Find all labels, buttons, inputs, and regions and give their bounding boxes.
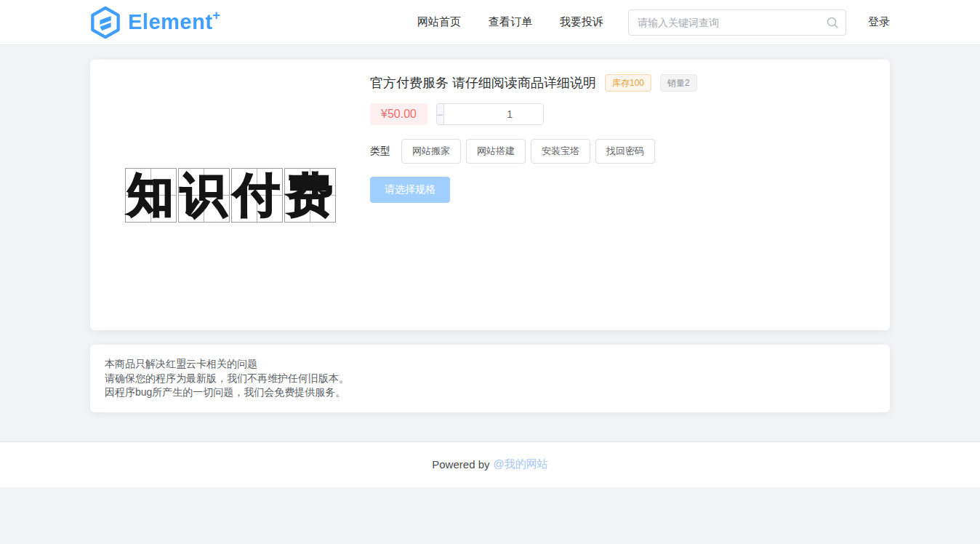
image-char-tile: 知	[125, 168, 177, 223]
logo-wordmark: Element +	[128, 12, 220, 33]
search-icon[interactable]	[826, 16, 839, 29]
header-inner: Element + 网站首页 查看订单 我要投诉 登录	[90, 0, 890, 44]
product-card: 知 识 付 费 官方付费服务 请仔细阅读商品详细说明 库存100 销量2 ¥50…	[90, 60, 890, 330]
price-tag: ¥50.00	[370, 103, 427, 125]
site-header: Element + 网站首页 查看订单 我要投诉 登录	[0, 0, 980, 45]
search-input[interactable]	[628, 9, 846, 36]
search-box	[628, 9, 846, 36]
quantity-minus-button[interactable]: −	[437, 104, 444, 124]
image-char-tile: 识	[178, 168, 230, 223]
nav-item-complaint[interactable]: 我要投诉	[560, 15, 603, 29]
quantity-stepper: − +	[436, 103, 544, 125]
type-label: 类型	[370, 145, 390, 158]
logo[interactable]: Element +	[90, 6, 220, 39]
price-row: ¥50.00 − +	[370, 103, 868, 125]
description-line: 本商品只解决红盟云卡相关的问题	[105, 357, 875, 372]
element-plus-hexagon-icon	[90, 6, 121, 39]
type-row: 类型 网站搬家 网站搭建 安装宝塔 找回密码	[370, 139, 868, 164]
type-option-website-build[interactable]: 网站搭建	[466, 139, 526, 164]
image-char: 知	[127, 172, 174, 218]
title-row: 官方付费服务 请仔细阅读商品详细说明 库存100 销量2	[370, 74, 868, 92]
type-option-install-panel[interactable]: 安装宝塔	[531, 139, 590, 164]
image-char: 识	[180, 172, 227, 218]
image-char: 付	[233, 172, 280, 218]
nav-item-home[interactable]: 网站首页	[417, 15, 461, 29]
product-info-column: 官方付费服务 请仔细阅读商品详细说明 库存100 销量2 ¥50.00 − + …	[370, 60, 890, 330]
logo-plus-sign: +	[212, 9, 220, 22]
product-image: 知 识 付 费	[125, 168, 336, 223]
description-line: 因程序bug所产生的一切问题，我们会免费提供服务。	[105, 385, 875, 400]
type-option-recover-password[interactable]: 找回密码	[595, 139, 655, 164]
product-image-column: 知 识 付 费	[90, 60, 370, 330]
image-char: 费	[286, 172, 333, 218]
main-content: 知 识 付 费 官方付费服务 请仔细阅读商品详细说明 库存100 销量2 ¥50…	[0, 45, 980, 412]
image-char-tile: 付	[231, 168, 283, 223]
powered-by-text: Powered by	[432, 458, 489, 471]
description-card: 本商品只解决红盟云卡相关的问题 请确保您的程序为最新版，我们不再维护任何旧版本。…	[90, 345, 890, 412]
sales-badge: 销量2	[660, 74, 697, 92]
logo-text: Element	[128, 12, 212, 33]
image-char-tile: 费	[284, 168, 336, 223]
stock-badge: 库存100	[605, 74, 651, 92]
main-nav: 网站首页 查看订单 我要投诉	[417, 15, 603, 29]
select-spec-button[interactable]: 请选择规格	[370, 177, 450, 203]
product-title: 官方付费服务 请仔细阅读商品详细说明	[370, 74, 596, 92]
site-footer: Powered by @我的网站	[0, 441, 980, 487]
quantity-input[interactable]	[444, 104, 544, 124]
description-line: 请确保您的程序为最新版，我们不再维护任何旧版本。	[105, 372, 875, 386]
login-link[interactable]: 登录	[868, 15, 890, 29]
site-link[interactable]: @我的网站	[493, 457, 547, 471]
nav-item-orders[interactable]: 查看订单	[489, 15, 532, 29]
type-option-website-move[interactable]: 网站搬家	[401, 139, 461, 164]
